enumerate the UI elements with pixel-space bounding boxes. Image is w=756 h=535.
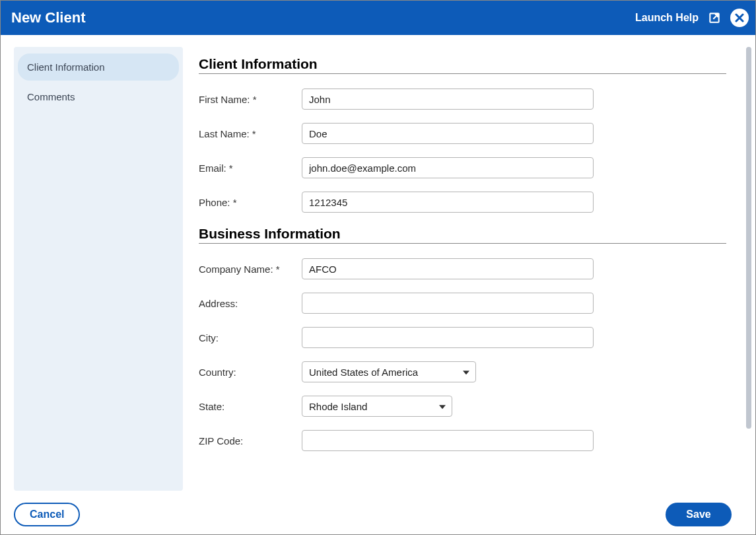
first-name-label: First Name: * (199, 94, 302, 105)
state-label: State: (199, 401, 302, 412)
form-content: Client Information First Name: * Last Na… (183, 47, 742, 491)
sidebar-item-client-information[interactable]: Client Information (18, 54, 179, 81)
popout-icon[interactable] (708, 11, 721, 24)
section-title-client-information: Client Information (199, 56, 726, 74)
zip-input[interactable] (302, 430, 594, 451)
last-name-input[interactable] (302, 123, 594, 144)
save-button[interactable]: Save (666, 503, 732, 526)
city-input[interactable] (302, 327, 594, 348)
country-select[interactable]: United States of America (302, 361, 476, 382)
field-state: State: Rhode Island (199, 396, 726, 417)
dialog-title: New Client (11, 9, 635, 26)
dialog-header: New Client Launch Help (1, 1, 755, 35)
field-company-name: Company Name: * (199, 258, 726, 279)
close-button[interactable] (730, 9, 749, 27)
address-label: Address: (199, 298, 302, 309)
sidebar-item-comments[interactable]: Comments (18, 83, 179, 110)
company-name-input[interactable] (302, 258, 594, 279)
field-email: Email: * (199, 157, 726, 178)
phone-label: Phone: * (199, 197, 302, 208)
new-client-dialog: New Client Launch Help Client Informatio… (1, 1, 755, 534)
zip-label: ZIP Code: (199, 435, 302, 446)
dialog-footer: Cancel Save (1, 497, 755, 534)
sidebar-item-label: Comments (27, 91, 75, 102)
field-address: Address: (199, 293, 726, 314)
scrollbar-thumb[interactable] (746, 47, 751, 429)
section-title-business-information: Business Information (199, 226, 726, 244)
email-input[interactable] (302, 157, 594, 178)
phone-input[interactable] (302, 192, 594, 213)
city-label: City: (199, 332, 302, 343)
field-last-name: Last Name: * (199, 123, 726, 144)
sidebar: Client Information Comments (14, 47, 183, 491)
field-zip: ZIP Code: (199, 430, 726, 451)
field-phone: Phone: * (199, 192, 726, 213)
country-label: Country: (199, 367, 302, 378)
field-city: City: (199, 327, 726, 348)
state-select[interactable]: Rhode Island (302, 396, 452, 417)
scrollbar[interactable] (746, 47, 751, 491)
address-input[interactable] (302, 293, 594, 314)
sidebar-item-label: Client Information (27, 61, 105, 73)
field-country: Country: United States of America (199, 361, 726, 382)
dialog-body: Client Information Comments Client Infor… (1, 35, 755, 497)
cancel-button[interactable]: Cancel (14, 503, 80, 526)
email-label: Email: * (199, 162, 302, 174)
first-name-input[interactable] (302, 89, 594, 110)
last-name-label: Last Name: * (199, 128, 302, 139)
launch-help-link[interactable]: Launch Help (635, 12, 699, 24)
company-name-label: Company Name: * (199, 264, 302, 275)
header-actions: Launch Help (635, 9, 749, 27)
field-first-name: First Name: * (199, 89, 726, 110)
